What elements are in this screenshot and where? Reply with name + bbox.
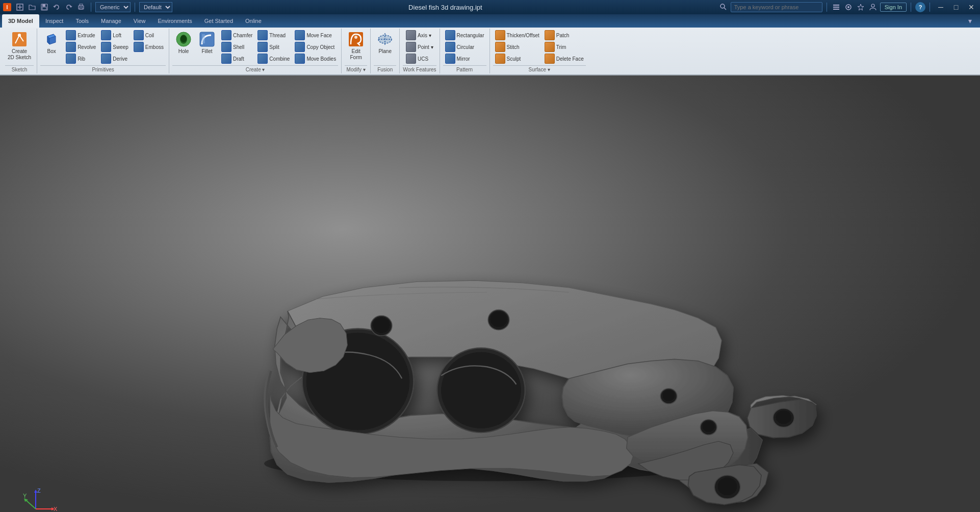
col-chamfer: Chamfer Shell Draft [219, 30, 254, 64]
minimize-button[interactable]: ─ [934, 2, 947, 12]
btn-split[interactable]: Split [255, 41, 292, 53]
btn-ucs[interactable]: UCS [404, 53, 435, 64]
ribbon-content: Create2D Sketch Sketch Box [0, 28, 980, 74]
tools-icon[interactable] [843, 2, 854, 12]
revolve-icon [66, 42, 76, 52]
btn-derive[interactable]: Derive [99, 53, 131, 64]
qa-save[interactable] [39, 2, 50, 13]
btn-sculpt[interactable]: Sculpt [493, 53, 541, 64]
col-thread: Thread Split Combine [255, 30, 292, 64]
svg-point-49 [441, 352, 521, 429]
btn-fillet[interactable]: Fillet [196, 30, 218, 56]
btn-thicken[interactable]: Thicken/Offset [493, 30, 541, 41]
ribbon-icon[interactable] [831, 2, 841, 12]
btn-moveface[interactable]: Move Face [293, 30, 338, 41]
group-surface-label[interactable]: Surface ▾ [493, 65, 586, 73]
btn-rectangular[interactable]: Rectangular [443, 30, 486, 41]
btn-mirror[interactable]: Mirror [443, 53, 486, 64]
workspace-dropdown[interactable]: Default [139, 2, 172, 12]
fillet-icon [199, 31, 215, 47]
btn-trim[interactable]: Trim [543, 41, 586, 53]
plane-icon [377, 31, 393, 47]
editform-label: EditForm [350, 48, 362, 61]
mirror-label: Mirror [457, 56, 470, 62]
btn-box[interactable]: Box [40, 30, 63, 56]
svg-rect-15 [833, 9, 839, 10]
profile-dropdown[interactable]: Generic [95, 2, 131, 12]
help-button[interactable]: ? [915, 2, 925, 12]
signin-button[interactable]: Sign In [880, 3, 907, 12]
tab-expand[interactable]: ▾ [962, 14, 978, 28]
star-icon[interactable] [856, 2, 866, 12]
btn-chamfer[interactable]: Chamfer [219, 30, 254, 41]
svg-text:I: I [7, 5, 8, 10]
group-fusion-items: Plane [374, 30, 396, 64]
tab-manage[interactable]: Manage [95, 14, 127, 28]
copyobject-label: Copy Object [306, 44, 334, 50]
group-modify-label[interactable]: Modify ▾ [345, 65, 367, 73]
btn-patch[interactable]: Patch [543, 30, 586, 41]
btn-sweep[interactable]: Sweep [99, 41, 131, 53]
btn-emboss[interactable]: Emboss [132, 41, 166, 53]
btn-rib[interactable]: Rib [64, 53, 98, 64]
search-input[interactable] [731, 2, 822, 12]
group-create: Hole Fillet [169, 29, 342, 73]
tab-3dmodel[interactable]: 3D Model [2, 14, 39, 28]
app-icon[interactable]: I [2, 2, 12, 12]
group-wf-items: Axis ▾ Point ▾ UCS [404, 30, 435, 64]
btn-plane[interactable]: Plane [374, 30, 396, 56]
svg-rect-13 [833, 5, 839, 6]
tab-tools[interactable]: Tools [69, 14, 95, 28]
qa-undo[interactable] [51, 2, 62, 13]
3d-model-view[interactable]: Z X Y [0, 75, 980, 512]
viewport[interactable]: TOP FRONT RIGHT ─ □ ✕ [0, 75, 980, 512]
tab-inspect[interactable]: Inspect [39, 14, 69, 28]
btn-movebodies[interactable]: Move Bodies [293, 53, 338, 64]
btn-copyobject[interactable]: Copy Object [293, 41, 338, 53]
combine-icon [257, 54, 268, 64]
ucs-icon [406, 54, 416, 64]
btn-thread[interactable]: Thread [255, 30, 292, 41]
btn-deleteface[interactable]: Delete Face [543, 53, 586, 64]
btn-shell[interactable]: Shell [219, 41, 254, 53]
qa-new[interactable] [14, 2, 25, 13]
split-label: Split [269, 44, 279, 50]
svg-point-55 [718, 478, 737, 496]
btn-point[interactable]: Point ▾ [404, 41, 435, 53]
circular-icon [445, 42, 455, 52]
group-create-label[interactable]: Create ▾ [172, 65, 338, 73]
btn-create-sketch[interactable]: Create2D Sketch [5, 30, 34, 62]
titlebar-left: I Generic [2, 2, 172, 13]
btn-axis[interactable]: Axis ▾ [404, 30, 435, 41]
group-pattern-items: Rectangular Circular Mirror [443, 30, 486, 64]
sketch-label: Create2D Sketch [8, 48, 31, 61]
btn-stitch[interactable]: Stitch [493, 41, 541, 53]
patch-icon [545, 30, 555, 40]
tab-view[interactable]: View [127, 14, 152, 28]
maximize-button[interactable]: □ [949, 2, 963, 12]
tab-environments[interactable]: Environments [151, 14, 198, 28]
tab-getstarted[interactable]: Get Started [198, 14, 239, 28]
svg-marker-18 [858, 4, 864, 10]
btn-combine[interactable]: Combine [255, 53, 292, 64]
user-icon[interactable] [868, 2, 878, 12]
btn-editform[interactable]: EditForm [345, 30, 367, 62]
col-ext: Extrude Revolve Rib [64, 30, 98, 64]
btn-extrude[interactable]: Extrude [64, 30, 98, 41]
svg-point-17 [847, 6, 849, 8]
qa-print[interactable] [75, 2, 87, 13]
group-modify-items: EditForm [345, 30, 367, 64]
btn-draft[interactable]: Draft [219, 53, 254, 64]
btn-coil[interactable]: Coil [132, 30, 166, 41]
btn-hole[interactable]: Hole [172, 30, 195, 56]
qa-open[interactable] [27, 2, 38, 13]
close-button[interactable]: ✕ [965, 2, 978, 12]
qa-redo[interactable] [63, 2, 74, 13]
btn-revolve[interactable]: Revolve [64, 41, 98, 53]
search-icon[interactable] [718, 2, 729, 12]
movebodies-label: Move Bodies [306, 56, 336, 62]
col-patch: Patch Trim Delete Face [543, 30, 586, 64]
btn-loft[interactable]: Loft [99, 30, 131, 41]
btn-circular[interactable]: Circular [443, 41, 486, 53]
tab-online[interactable]: Online [239, 14, 268, 28]
